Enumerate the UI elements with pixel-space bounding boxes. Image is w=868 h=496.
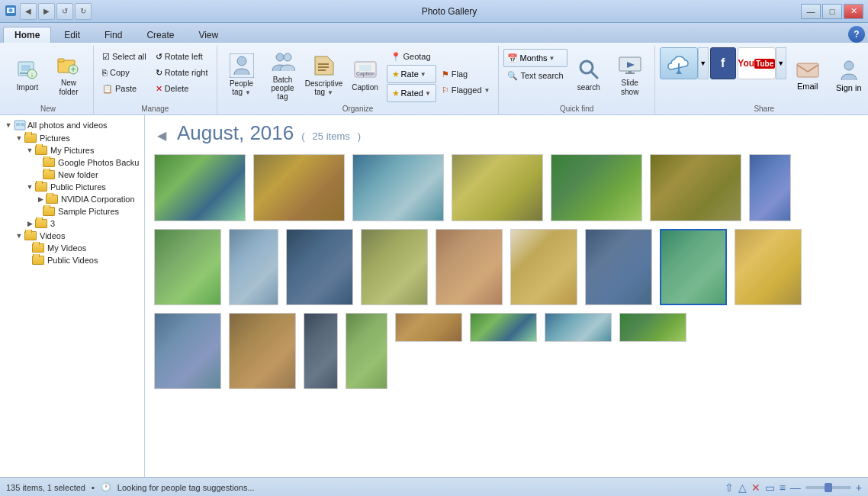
sidebar-label-pictures: Pictures bbox=[40, 134, 70, 143]
ribbon-tabs: Home Edit Find Create View ? bbox=[0, 23, 868, 43]
copy-button[interactable]: ⎘ Copy bbox=[98, 65, 150, 80]
zoom-slider[interactable] bbox=[805, 486, 851, 489]
text-search-button[interactable]: 🔍 Text search bbox=[503, 68, 567, 83]
cloud-more-button[interactable]: ▼ bbox=[698, 47, 709, 79]
rotate-right-button[interactable]: ↻ Rotate right bbox=[152, 65, 212, 80]
flag-button[interactable]: ⚑ Flag bbox=[438, 66, 494, 82]
sidebar-label-newfolder: New folder bbox=[58, 170, 98, 179]
select-all-label: Select all bbox=[112, 52, 146, 61]
sidebar-item-newfolder[interactable]: New folder bbox=[0, 169, 144, 181]
new-folder-button[interactable]: + Newfolder bbox=[49, 47, 88, 102]
photo-1[interactable] bbox=[154, 154, 246, 221]
zoom-in-icon[interactable]: + bbox=[856, 482, 862, 494]
tab-find[interactable]: Find bbox=[93, 27, 133, 43]
email-button[interactable]: Email bbox=[788, 47, 828, 102]
sidebar-item-publicpictures[interactable]: ▼ Public Pictures bbox=[0, 181, 144, 193]
sidebar-item-videos[interactable]: ▼ Videos bbox=[0, 230, 144, 242]
delete-button[interactable]: ✕ Delete bbox=[152, 81, 212, 96]
photo-12[interactable] bbox=[436, 229, 503, 305]
photo-6[interactable] bbox=[650, 154, 741, 221]
photo-16[interactable] bbox=[735, 229, 802, 305]
photo-18[interactable] bbox=[229, 313, 296, 389]
search-button[interactable]: search bbox=[569, 47, 609, 102]
youtube-share-button[interactable]: YouTube bbox=[738, 47, 776, 79]
star-icon: ★ bbox=[392, 69, 400, 79]
people-tag-button[interactable]: Peopletag ▼ bbox=[222, 47, 262, 102]
photo-22[interactable] bbox=[470, 313, 537, 342]
photo-3[interactable] bbox=[352, 154, 444, 221]
photo-19[interactable] bbox=[304, 313, 338, 389]
sidebar-item-publicvideos[interactable]: Public Videos bbox=[0, 254, 144, 266]
organize-col-flag: ⚑ Flag ⚐ Flagged ▼ bbox=[438, 49, 494, 98]
sidebar-item-nvidia[interactable]: ▶ NVIDIA Corporation bbox=[0, 193, 144, 205]
months-dropdown[interactable]: 📅 Months ▼ bbox=[503, 49, 567, 67]
photo-4[interactable] bbox=[452, 154, 543, 221]
rated-button[interactable]: ★ Rated ▼ bbox=[387, 84, 436, 102]
rotate-left-button[interactable]: ↺ Rotate left bbox=[152, 49, 212, 64]
sidebar-item-3[interactable]: ▶ 3 bbox=[0, 217, 144, 230]
import-button[interactable]: ↓ Import bbox=[8, 47, 47, 102]
batch-people-tag-button[interactable]: Batchpeople tag bbox=[263, 47, 303, 102]
flagged-dropdown: ▼ bbox=[484, 87, 490, 94]
photo-11[interactable] bbox=[361, 229, 428, 305]
arrow-publicpictures: ▼ bbox=[24, 183, 35, 191]
sidebar-item-mypictures[interactable]: ▼ My Pictures bbox=[0, 144, 144, 156]
flagged-button[interactable]: ⚐ Flagged ▼ bbox=[438, 82, 494, 98]
zoom-thumb[interactable] bbox=[825, 483, 832, 492]
facebook-share-button[interactable]: f bbox=[710, 47, 736, 79]
batch-people-tag-label: Batchpeople tag bbox=[265, 76, 301, 101]
paste-button[interactable]: 📋 Paste bbox=[98, 81, 150, 96]
forward-button[interactable]: ▶ bbox=[38, 3, 55, 20]
redo-button[interactable]: ↻ bbox=[75, 3, 92, 20]
close-button[interactable]: ✕ bbox=[844, 4, 863, 19]
sidebar-item-pictures[interactable]: ▼ Pictures bbox=[0, 132, 144, 144]
signin-button[interactable]: Sign in bbox=[829, 47, 868, 102]
help-button[interactable]: ? bbox=[848, 26, 865, 43]
sidebar-item-googlephotos[interactable]: Google Photos Backu bbox=[0, 156, 144, 169]
ribbon-group-manage: ☑ Select all ⎘ Copy 📋 Paste ↺ R bbox=[94, 46, 217, 114]
cloud-share-button[interactable] bbox=[660, 47, 698, 79]
descriptive-tag-label: Descriptivetag ▼ bbox=[305, 79, 342, 96]
photo-15[interactable] bbox=[660, 229, 727, 305]
photo-10[interactable] bbox=[286, 229, 353, 305]
photo-23[interactable] bbox=[545, 313, 612, 342]
photo-13[interactable] bbox=[510, 229, 577, 305]
photo-8[interactable] bbox=[154, 229, 221, 305]
search-icon bbox=[577, 57, 601, 82]
tab-view[interactable]: View bbox=[187, 27, 230, 43]
descriptive-tag-button[interactable]: Descriptivetag ▼ bbox=[304, 47, 344, 102]
yt-more-button[interactable]: ▼ bbox=[776, 47, 786, 79]
status-left: 135 items, 1 selected • 🕐 Looking for pe… bbox=[6, 482, 255, 492]
minimize-button[interactable]: — bbox=[801, 4, 821, 19]
photo-21[interactable] bbox=[395, 313, 462, 342]
youtube-icon: YouTube bbox=[738, 58, 775, 69]
photo-17[interactable] bbox=[154, 313, 221, 389]
zoom-out-icon[interactable]: — bbox=[790, 482, 801, 494]
back-button[interactable]: ◀ bbox=[20, 3, 37, 20]
month-prev-arrow[interactable]: ◀ bbox=[154, 128, 169, 143]
rate-button[interactable]: ★ Rate ▼ bbox=[387, 65, 436, 83]
undo-button[interactable]: ↺ bbox=[56, 3, 73, 20]
status-icon-3: ✕ bbox=[751, 482, 760, 494]
geotag-button[interactable]: 📍 Geotag bbox=[387, 49, 436, 64]
tab-home[interactable]: Home bbox=[3, 27, 51, 43]
tab-create[interactable]: Create bbox=[135, 27, 185, 43]
photo-14[interactable] bbox=[585, 229, 652, 305]
select-all-button[interactable]: ☑ Select all bbox=[98, 49, 150, 64]
photo-5[interactable] bbox=[551, 154, 642, 221]
photo-20[interactable] bbox=[346, 313, 387, 389]
sidebar-item-samplepictures[interactable]: Sample Pictures bbox=[0, 205, 144, 217]
photo-7[interactable] bbox=[749, 154, 791, 221]
slideshow-button[interactable]: Slide show bbox=[610, 47, 650, 102]
tab-edit[interactable]: Edit bbox=[53, 27, 92, 43]
sidebar-item-all[interactable]: ▼ All photos and videos bbox=[0, 118, 144, 132]
photo-9[interactable] bbox=[229, 229, 278, 305]
photo-2[interactable] bbox=[253, 154, 345, 221]
sidebar-label-publicvideos: Public Videos bbox=[47, 256, 98, 265]
maximize-button[interactable]: □ bbox=[822, 4, 842, 19]
ribbon-group-new: ↓ Import + Newfolder bbox=[3, 46, 94, 114]
sidebar-item-myvideos[interactable]: My Videos bbox=[0, 242, 144, 254]
caption-button[interactable]: Caption Caption bbox=[346, 47, 385, 102]
photo-24[interactable] bbox=[619, 313, 686, 342]
import-label: Import bbox=[17, 83, 38, 92]
